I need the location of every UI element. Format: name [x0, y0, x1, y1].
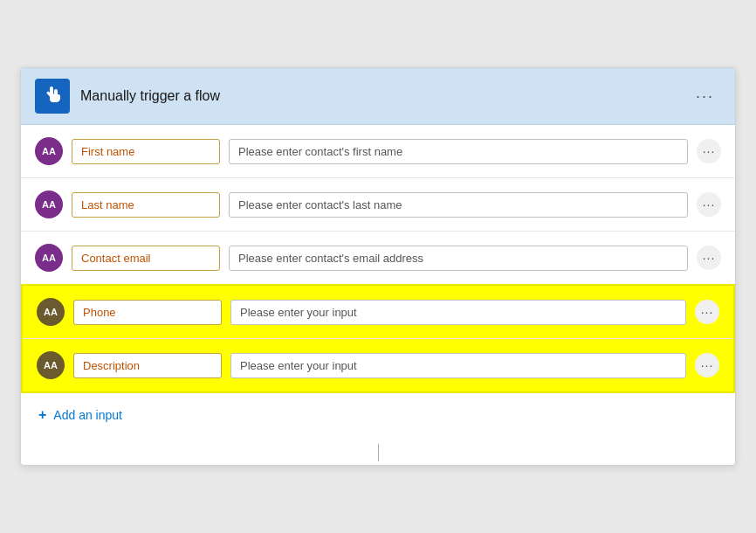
avatar-contact-email: AA: [35, 244, 63, 272]
add-input-row[interactable]: + Add an input: [21, 393, 735, 437]
field-placeholder-first-name[interactable]: [229, 139, 688, 164]
more-button-first-name[interactable]: ···: [697, 139, 721, 163]
input-row-contact-email: AA···: [21, 232, 735, 284]
input-row-description: AA···: [23, 339, 733, 391]
field-placeholder-phone[interactable]: [230, 300, 686, 325]
field-name-description[interactable]: [73, 353, 222, 378]
input-row-first-name: AA···: [21, 125, 735, 178]
add-input-icon: +: [38, 407, 46, 423]
input-row-last-name: AA···: [21, 178, 735, 232]
trigger-icon-box: [35, 79, 70, 114]
field-name-phone[interactable]: [73, 300, 222, 325]
field-placeholder-contact-email[interactable]: [229, 246, 688, 271]
card-title: Manually trigger a flow: [80, 88, 678, 104]
field-name-last-name[interactable]: [72, 192, 220, 218]
avatar-first-name: AA: [35, 137, 63, 165]
field-name-contact-email[interactable]: [72, 246, 220, 271]
highlighted-section: AA···AA···: [21, 284, 735, 393]
avatar-description: AA: [37, 351, 65, 379]
add-input-label: Add an input: [53, 408, 122, 422]
card-header: Manually trigger a flow ···: [21, 68, 735, 125]
flow-trigger-card: Manually trigger a flow ··· AA···AA···AA…: [20, 67, 736, 466]
more-button-contact-email[interactable]: ···: [697, 246, 721, 270]
avatar-phone: AA: [37, 298, 65, 326]
field-name-first-name[interactable]: [72, 139, 220, 164]
more-button-description[interactable]: ···: [695, 353, 719, 377]
field-placeholder-description[interactable]: [230, 353, 686, 378]
input-row-phone: AA···: [23, 286, 733, 339]
highlighted-rows-container: AA···AA···: [23, 286, 733, 391]
more-button-phone[interactable]: ···: [695, 300, 719, 324]
bottom-connector: [21, 437, 735, 465]
hand-pointer-icon: [42, 86, 63, 107]
card-body: AA···AA···AA··· AA···AA··· + Add an inpu…: [21, 125, 735, 465]
avatar-last-name: AA: [35, 190, 63, 218]
connector-line: [378, 444, 379, 461]
more-button-last-name[interactable]: ···: [697, 192, 721, 217]
normal-rows-section: AA···AA···AA···: [21, 125, 735, 284]
field-placeholder-last-name[interactable]: [229, 192, 688, 218]
header-more-button[interactable]: ···: [689, 84, 721, 109]
